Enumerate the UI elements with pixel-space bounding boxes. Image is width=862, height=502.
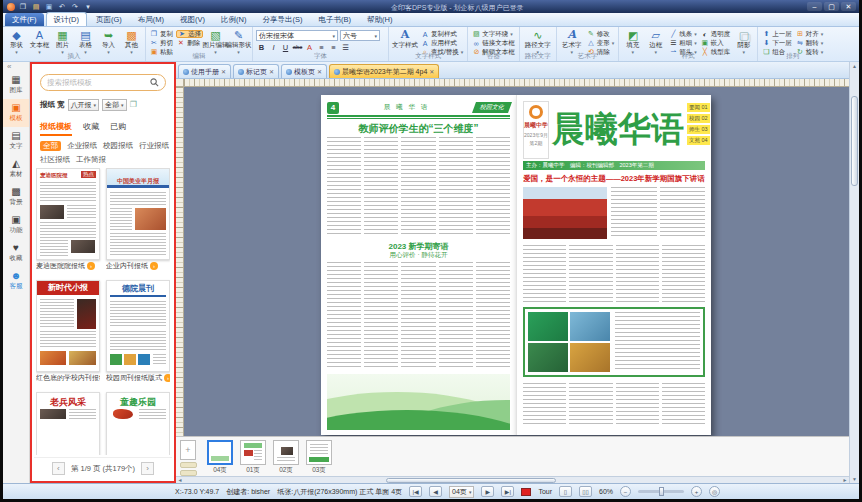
template-card[interactable]: 新时代小报 红色底的学校内刊报纸›: [36, 280, 100, 384]
minimize-button[interactable]: –: [807, 2, 822, 11]
fit-page-button[interactable]: ◎: [709, 486, 720, 497]
chip-enterprise[interactable]: 企业报纸: [67, 141, 97, 151]
cut-button[interactable]: ✂剪切: [149, 39, 174, 47]
zoom-slider-thumb[interactable]: [659, 487, 664, 496]
template-thumbnail[interactable]: 中国美业半月报: [106, 168, 170, 260]
template-thumbnail[interactable]: 麦迪医院报 热点: [36, 168, 100, 260]
close-tab-icon[interactable]: ✕: [429, 68, 434, 75]
next-page-button[interactable]: ▶: [481, 486, 494, 497]
page-thumb-item[interactable]: 04页: [207, 440, 233, 475]
facing-pages-view-icon[interactable]: ▯▯: [579, 486, 592, 497]
doc-tab-manual[interactable]: 使用手册✕: [178, 64, 231, 78]
page-thumb-item[interactable]: 03页: [306, 440, 332, 475]
scope-select[interactable]: 全部▾: [102, 99, 127, 111]
first-page-button[interactable]: |◀: [409, 486, 422, 497]
chip-community[interactable]: 社区报纸: [40, 155, 70, 165]
tab-newspaper-templates[interactable]: 报纸模板: [40, 121, 72, 136]
rail-item-assets[interactable]: ◭素材: [3, 155, 29, 183]
insert-shape-button[interactable]: ◆形状▾: [6, 28, 27, 54]
canvas[interactable]: 4 晨 曦 华 语 校园文化 教师评价学生的“三个维度” 2023 新学期寄语 …: [184, 87, 849, 436]
wordart-button[interactable]: A艺术字▾: [560, 28, 584, 54]
font-size-select[interactable]: 六号▾: [340, 30, 380, 41]
vertical-scroll-thumb[interactable]: [851, 96, 858, 186]
paper-size-select[interactable]: 八开报▾: [68, 99, 100, 111]
rail-item-favorites[interactable]: ♥收藏: [3, 239, 29, 267]
page-thumb-item[interactable]: 02页: [273, 440, 299, 475]
copy-style-button[interactable]: A复制样式: [420, 30, 464, 38]
refresh-icon[interactable]: ❐: [130, 100, 137, 110]
menu-tab-view[interactable]: 视图(V): [173, 13, 212, 26]
align-button[interactable]: ⊞对齐▾: [795, 30, 825, 38]
text-style-button[interactable]: A文字样式: [392, 28, 418, 54]
template-thumbnail[interactable]: 德院晨刊: [106, 280, 170, 372]
page-thumbnail[interactable]: [273, 440, 299, 465]
rail-item-gallery[interactable]: ▦图库: [3, 71, 29, 99]
delete-button[interactable]: ✕删除: [176, 39, 203, 47]
filmstrip-mode-tab[interactable]: [180, 462, 197, 468]
last-page-button[interactable]: ▶|: [501, 486, 514, 497]
newspaper-page-left[interactable]: 4 晨 曦 华 语 校园文化 教师评价学生的“三个维度” 2023 新学期寄语 …: [321, 95, 516, 435]
template-go-icon[interactable]: ›: [164, 374, 170, 382]
insert-image-button[interactable]: ▦图片▾: [52, 28, 73, 54]
next-page-templates-button[interactable]: ›: [141, 462, 154, 475]
template-thumbnail[interactable]: 老兵风采: [36, 392, 100, 455]
close-tab-icon[interactable]: ✕: [317, 68, 322, 75]
select-button[interactable]: ➤选择: [176, 30, 203, 38]
import-button[interactable]: ➥导入▾: [98, 28, 119, 54]
zoom-out-button[interactable]: −: [620, 486, 631, 497]
opacity-button[interactable]: ◐透明度: [700, 30, 732, 38]
apply-style-button[interactable]: A应用样式: [420, 39, 464, 47]
save-icon[interactable]: ▣: [44, 2, 54, 12]
menu-tab-file[interactable]: 文件(F): [5, 13, 44, 26]
rail-item-templates[interactable]: ▣模板: [3, 99, 29, 127]
page-select[interactable]: 04页▾: [449, 486, 474, 498]
template-thumbnail[interactable]: 童趣乐园: [106, 392, 170, 455]
undo-icon[interactable]: ↶: [57, 2, 67, 12]
fill-button[interactable]: ◩填充▾: [622, 28, 643, 54]
chip-campus[interactable]: 校园报纸: [103, 141, 133, 151]
doc-tab-template[interactable]: 模板页✕: [281, 64, 327, 78]
menu-tab-ebook[interactable]: 电子书(B): [312, 13, 359, 26]
menu-tab-page[interactable]: 页面(G): [89, 13, 129, 26]
color-swatch[interactable]: [521, 488, 531, 496]
menu-tab-share-export[interactable]: 分享导出(S): [256, 13, 310, 26]
doc-tab-active[interactable]: 晨曦华语2023年第二期 4p4✕: [329, 64, 439, 78]
template-card[interactable]: 中国美业半月报 企业内刊报纸›: [106, 168, 170, 272]
collapse-panel-icon[interactable]: «: [7, 63, 11, 71]
wordart-modify-button[interactable]: ✎修改: [586, 30, 616, 38]
menu-tab-layout[interactable]: 布局(M): [131, 13, 171, 26]
path-text-button[interactable]: ∿路径文字▾: [523, 28, 553, 54]
tab-favorites[interactable]: 收藏: [83, 121, 99, 136]
template-go-icon[interactable]: ›: [150, 262, 158, 270]
template-card[interactable]: 童趣乐园: [106, 392, 170, 455]
menu-tab-help[interactable]: 帮助(H): [360, 13, 399, 26]
chip-industry[interactable]: 行业报纸: [139, 141, 169, 151]
wordart-transform-button[interactable]: △变形▾: [586, 39, 616, 47]
template-card[interactable]: 德院晨刊 校园周刊报纸版式›: [106, 280, 170, 384]
search-box[interactable]: [40, 74, 166, 91]
text-wrap-button[interactable]: ▨文字环绕▾: [471, 30, 516, 38]
close-tab-icon[interactable]: ✕: [269, 68, 274, 75]
template-card[interactable]: 麦迪医院报 热点 麦迪医院院报纸›: [36, 168, 100, 272]
page-thumbnail-selected[interactable]: [207, 440, 233, 465]
insert-table-button[interactable]: ▤表格▾: [75, 28, 96, 54]
rail-item-text[interactable]: ▤文字: [3, 127, 29, 155]
shadow-button[interactable]: ▢阴影▾: [733, 28, 754, 54]
close-tab-icon[interactable]: ✕: [221, 68, 226, 75]
prev-page-templates-button[interactable]: ‹: [52, 462, 65, 475]
template-card[interactable]: 老兵风采: [36, 392, 100, 455]
tab-purchased[interactable]: 已购: [110, 121, 126, 136]
template-go-icon[interactable]: ›: [87, 262, 95, 270]
menu-tab-design[interactable]: 设计(D): [46, 12, 87, 26]
open-file-icon[interactable]: ▤: [31, 2, 41, 12]
page-thumbnail[interactable]: [240, 440, 266, 465]
font-family-select[interactable]: 仿宋报宋体▾: [256, 30, 338, 41]
page-thumb-item[interactable]: 01页: [240, 440, 266, 475]
copy-button[interactable]: ❐复制: [149, 30, 174, 38]
template-thumbnail[interactable]: 新时代小报: [36, 280, 100, 372]
redo-icon[interactable]: ↷: [70, 2, 80, 12]
flip-button[interactable]: ⇋翻转▾: [795, 39, 825, 47]
maximize-button[interactable]: ▢: [824, 2, 839, 11]
border-button[interactable]: ▱边框▾: [645, 28, 666, 54]
image-edit-button[interactable]: ▧图片编辑▾: [205, 28, 226, 54]
